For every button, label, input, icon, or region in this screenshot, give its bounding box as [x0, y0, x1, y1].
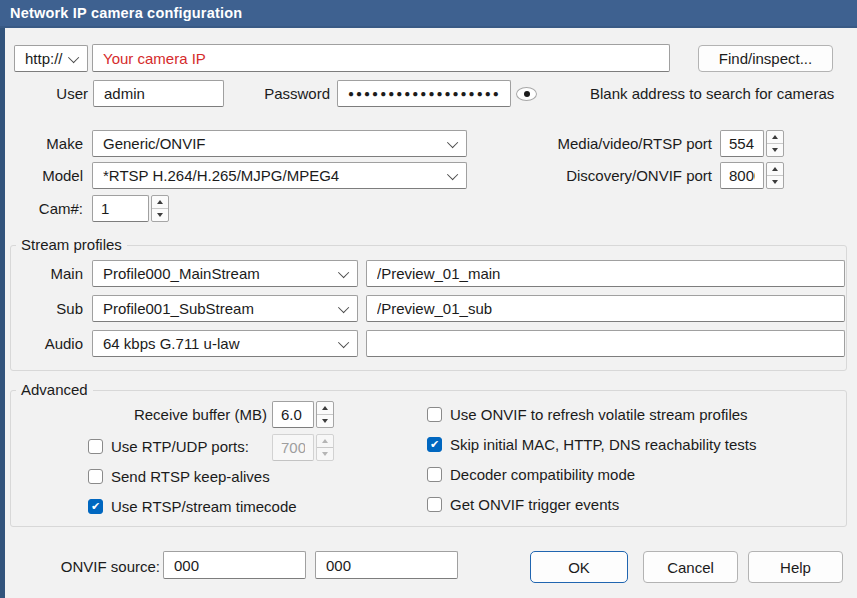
audio-stream-label: Audio [30, 335, 83, 352]
send-keepalives-label: Send RTSP keep-alives [111, 468, 270, 485]
skip-tests-label: Skip initial MAC, HTTP, DNS reachability… [450, 436, 756, 453]
user-label: User [30, 85, 88, 102]
blank-address-hint: Blank address to search for cameras [590, 85, 834, 102]
media-port-spinner[interactable] [766, 130, 784, 157]
discovery-port-input[interactable] [720, 162, 764, 189]
discovery-port-spinner[interactable] [766, 162, 784, 189]
decoder-compat-checkbox[interactable]: Decoder compatibility mode [427, 466, 635, 483]
ok-button[interactable]: OK [530, 551, 628, 583]
camera-ip-input[interactable] [92, 44, 670, 72]
user-input[interactable] [93, 80, 224, 107]
cam-number-spinner[interactable] [151, 195, 169, 222]
trigger-events-checkbox[interactable]: Get ONVIF trigger events [427, 496, 619, 513]
receive-buffer-spinner[interactable] [316, 401, 334, 428]
checkbox-icon[interactable] [88, 499, 103, 514]
rtp-udp-port-input [272, 434, 314, 461]
sub-path-input[interactable] [366, 295, 845, 322]
model-select[interactable]: *RTSP H.264/H.265/MJPG/MPEG4 [92, 162, 467, 189]
cam-number-input[interactable] [92, 195, 149, 222]
audio-profile-select[interactable]: 64 kbps G.711 u-law [92, 330, 358, 357]
spin-down-icon [317, 447, 333, 460]
title-bar: Network IP camera configuration [0, 0, 857, 28]
password-label: Password [255, 85, 330, 102]
spin-up-icon[interactable] [767, 131, 783, 143]
stream-timecode-checkbox[interactable]: Use RTSP/stream timecode [88, 498, 297, 515]
window-title: Network IP camera configuration [10, 5, 242, 21]
discovery-port-label: Discovery/ONVIF port [552, 167, 712, 184]
main-stream-label: Main [30, 265, 83, 282]
audio-path-input[interactable] [366, 330, 845, 357]
checkbox-icon[interactable] [88, 469, 103, 484]
checkbox-icon[interactable] [88, 439, 103, 454]
sub-profile-value: Profile001_SubStream [103, 300, 341, 317]
help-button[interactable]: Help [748, 551, 843, 583]
media-port-input[interactable] [720, 130, 764, 157]
checkbox-icon[interactable] [427, 467, 442, 482]
rtp-udp-port-spinner [316, 434, 334, 461]
model-value: *RTSP H.264/H.265/MJPG/MPEG4 [103, 167, 450, 184]
checkbox-icon[interactable] [427, 497, 442, 512]
make-select[interactable]: Generic/ONVIF [92, 130, 467, 157]
refresh-profiles-checkbox[interactable]: Use ONVIF to refresh volatile stream pro… [427, 406, 748, 423]
spin-up-icon [317, 435, 333, 447]
cam-number-label: Cam#: [30, 200, 83, 217]
scheme-select[interactable]: http:// [14, 45, 88, 72]
stream-profiles-title: Stream profiles [16, 236, 127, 253]
spin-down-icon[interactable] [767, 175, 783, 188]
audio-profile-value: 64 kbps G.711 u-law [103, 335, 341, 352]
trigger-events-label: Get ONVIF trigger events [450, 496, 619, 513]
receive-buffer-input[interactable] [272, 401, 314, 428]
rtp-udp-ports-label: Use RTP/UDP ports: [111, 438, 249, 455]
checkbox-icon[interactable] [427, 437, 442, 452]
receive-buffer-label: Receive buffer (MB) [117, 406, 267, 423]
make-label: Make [30, 135, 83, 152]
sub-profile-select[interactable]: Profile001_SubStream [92, 295, 358, 322]
send-keepalives-checkbox[interactable]: Send RTSP keep-alives [88, 468, 270, 485]
reveal-password-icon[interactable] [516, 87, 537, 101]
eye-pupil [524, 91, 530, 97]
spin-up-icon[interactable] [767, 163, 783, 175]
find-inspect-button[interactable]: Find/inspect... [698, 45, 833, 72]
make-value: Generic/ONVIF [103, 135, 450, 152]
main-profile-value: Profile000_MainStream [103, 265, 341, 282]
sub-stream-label: Sub [30, 300, 83, 317]
cancel-button[interactable]: Cancel [643, 551, 738, 583]
window-left-border [0, 28, 5, 598]
skip-tests-checkbox[interactable]: Skip initial MAC, HTTP, DNS reachability… [427, 436, 756, 453]
main-profile-select[interactable]: Profile000_MainStream [92, 260, 358, 287]
rtp-udp-ports-checkbox[interactable]: Use RTP/UDP ports: [88, 438, 249, 455]
model-label: Model [30, 167, 83, 184]
stream-timecode-label: Use RTSP/stream timecode [111, 498, 297, 515]
advanced-title: Advanced [16, 381, 93, 398]
main-path-input[interactable] [366, 260, 845, 287]
spin-up-icon[interactable] [317, 402, 333, 414]
password-input[interactable] [337, 80, 511, 107]
refresh-profiles-label: Use ONVIF to refresh volatile stream pro… [450, 406, 748, 423]
checkbox-icon[interactable] [427, 407, 442, 422]
onvif-source-label: ONVIF source: [60, 558, 160, 575]
decoder-compat-label: Decoder compatibility mode [450, 466, 635, 483]
onvif-source-input-1[interactable] [163, 551, 306, 579]
spin-down-icon[interactable] [767, 143, 783, 156]
media-port-label: Media/video/RTSP port [552, 135, 712, 152]
spin-up-icon[interactable] [152, 196, 168, 208]
onvif-source-input-2[interactable] [315, 551, 458, 579]
spin-down-icon[interactable] [317, 414, 333, 427]
scheme-value: http:// [25, 50, 71, 67]
spin-down-icon[interactable] [152, 208, 168, 221]
